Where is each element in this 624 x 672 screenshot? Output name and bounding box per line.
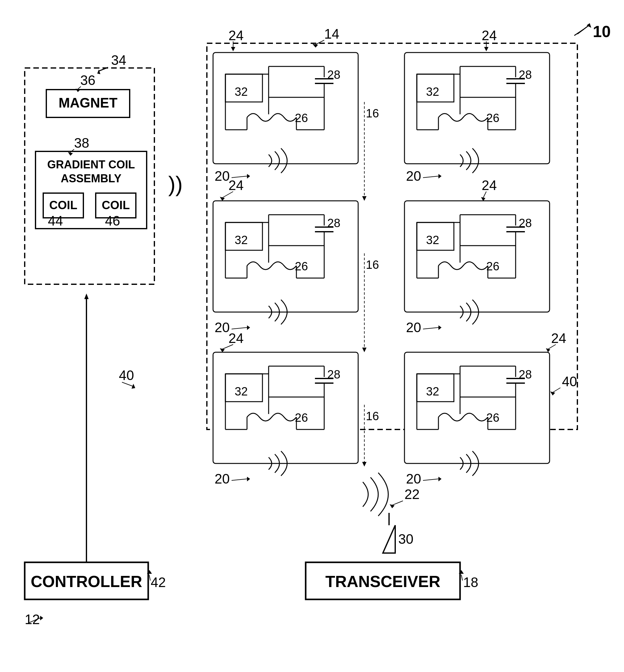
label-24-br: 24 [551,330,566,346]
label-18: 18 [463,575,478,590]
diagram-container: 10 34 MAGNET 36 38 GRADIENT COIL ASSEMBL… [0,0,624,672]
label-46: 46 [105,213,120,228]
label-28-mr: 28 [519,217,532,229]
label-38: 38 [74,135,89,150]
label-24-tl: 24 [229,28,243,43]
coil2-label: COIL [102,199,130,211]
label-14: 14 [324,26,339,42]
label-28-bl: 28 [327,368,340,381]
label-20-ml: 20 [215,320,230,335]
label-28-tl: 28 [327,68,340,81]
label-28-ml: 28 [327,217,340,229]
fig-number: 10 [593,23,611,41]
label-40-right: 40 [562,374,577,389]
label-20-tr: 20 [406,168,421,183]
label-20-tl: 20 [215,168,230,183]
label-20-bl: 20 [215,471,230,486]
label-32-ml: 32 [235,233,248,247]
label-28-br: 28 [519,368,532,381]
label-24-ml: 24 [229,178,243,193]
wireless-left: )) [168,172,183,196]
label-16-r3: 16 [366,410,379,423]
label-24-bl: 24 [229,330,243,346]
label-44: 44 [48,213,63,228]
svg-text:GRADIENT COIL: GRADIENT COIL [47,158,135,171]
transceiver-label: TRANSCEIVER [326,573,441,591]
label-32-tl: 32 [235,85,248,98]
label-28-tr: 28 [519,68,532,81]
label-20-mr: 20 [406,320,421,335]
label-16-r1: 16 [366,107,379,120]
label-22: 22 [405,487,420,502]
magnet-label: MAGNET [59,95,118,110]
coil1-label: COIL [49,199,78,211]
label-30: 30 [398,531,413,547]
label-42: 42 [151,575,166,590]
label-16-r2: 16 [366,258,379,271]
label-32-br: 32 [426,385,439,398]
label-34: 34 [111,52,126,68]
label-24-mr: 24 [482,178,497,193]
label-20-br: 20 [406,471,421,486]
label-40-left: 40 [119,368,134,383]
label-32-tr: 32 [426,85,439,98]
label-36: 36 [80,73,96,88]
label-32-bl: 32 [235,385,248,398]
label-32-mr: 32 [426,233,439,247]
svg-text:ASSEMBLY: ASSEMBLY [61,172,122,185]
label-24-tr: 24 [482,28,497,43]
controller-label: CONTROLLER [31,573,142,591]
